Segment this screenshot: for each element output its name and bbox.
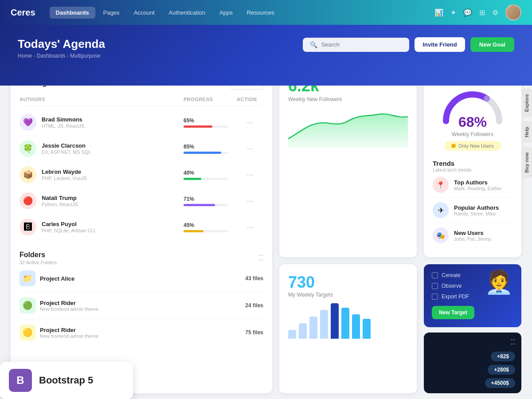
- folders-options-icon[interactable]: ⁚⁚: [258, 253, 263, 263]
- action-menu[interactable]: ···: [237, 118, 263, 127]
- new-goal-button[interactable]: New Goal: [470, 37, 514, 52]
- folder-files: 24 files: [245, 302, 263, 309]
- right-bottom: Cereate Observe Export PDF New Target 🧑‍…: [424, 264, 521, 393]
- folder-name: Project Alice: [40, 275, 74, 282]
- explore-pill[interactable]: Explore: [521, 89, 532, 117]
- bootstrap-logo: B: [9, 369, 32, 392]
- navbar: Ceres Dashboards Pages Account Authentic…: [0, 0, 532, 25]
- blue-card-option: Cereate: [432, 272, 479, 278]
- header-area: Todays' Agenda Home - Dashboards - Multi…: [0, 25, 532, 86]
- folder-name: Project Rider: [40, 300, 98, 306]
- nav-apps[interactable]: Apps: [213, 7, 239, 19]
- dark-card-dots[interactable]: ⁚⁚: [430, 338, 515, 346]
- partner-row: 🅱 Carles Puyol PHP, SQLite, Artisan CLI …: [20, 214, 263, 240]
- partner-row: 📦 Lebron Wayde PHP, Laravel, VueJS 40% ·…: [20, 162, 263, 188]
- weekly-followers-card: 6.2k Weekly New Followers: [279, 68, 417, 257]
- dark-stat-2: +280$: [488, 365, 515, 375]
- folders-section: Folders 32 Active Folders ⁚⁚ 📁 Project A…: [20, 251, 263, 346]
- weekly-targets-label: My Weekly Targets: [288, 292, 408, 298]
- nav-resources[interactable]: Resources: [241, 7, 281, 19]
- partner-name: Brad Simmons: [42, 116, 85, 123]
- grid-icon[interactable]: ⊞: [479, 8, 485, 17]
- nav-links: Dashboards Pages Account Authentication …: [50, 7, 424, 19]
- weekly-followers-label: Weekly New Followers: [288, 96, 408, 102]
- trend-desc: John, Pat, Jimmy: [454, 236, 491, 242]
- nav-authentication[interactable]: Authentication: [163, 7, 211, 19]
- nav-pages[interactable]: Pages: [97, 7, 126, 19]
- nav-right: 📊 ✦ 💬 ⊞ ⚙: [434, 4, 521, 20]
- sparkle-icon[interactable]: ✦: [450, 8, 456, 17]
- folder-files: 75 files: [245, 329, 263, 336]
- search-box[interactable]: 🔍: [303, 38, 409, 52]
- folder-name: Project Rider: [40, 327, 98, 333]
- blue-card-option: Export PDF: [432, 293, 479, 300]
- folders-title: Folders: [20, 251, 57, 259]
- trend-name: Top Authors: [454, 179, 502, 186]
- folder-row: 📁 Project Alice 43 files: [20, 265, 263, 292]
- wave-chart: [288, 108, 408, 149]
- partner-avatar: 🅱: [20, 219, 36, 235]
- invite-friend-button[interactable]: Invite Friend: [415, 37, 465, 52]
- help-pill[interactable]: Help: [521, 121, 532, 143]
- partner-row: 💜 Brad Simmons HTML, JS, ReactJS 65% ···: [20, 110, 263, 136]
- main-content: Leading Partners Status ▾ AUTHORS PROGRE…: [0, 68, 532, 399]
- trend-icon: 📍: [433, 177, 449, 193]
- new-target-button[interactable]: New Target: [432, 306, 474, 319]
- search-input[interactable]: [321, 41, 402, 48]
- buy-now-pill[interactable]: Buy now: [521, 147, 532, 178]
- folder-files: 43 files: [245, 275, 263, 282]
- action-menu[interactable]: ···: [237, 223, 263, 232]
- observe-checkbox[interactable]: [432, 283, 438, 289]
- header-actions: 🔍 Invite Friend New Goal: [303, 37, 514, 52]
- action-menu[interactable]: ···: [237, 144, 263, 153]
- trend-item: 🎭 New Users John, Pat, Jimmy: [433, 223, 512, 248]
- bootstrap-watermark: B Bootstrap 5: [0, 362, 133, 399]
- folder-desc: New frontend admin theme: [40, 333, 98, 339]
- partner-skills: HTML, JS, ReactJS: [42, 123, 85, 129]
- partner-avatar: 📦: [20, 166, 36, 183]
- settings-icon[interactable]: ⚙: [492, 8, 498, 17]
- trend-item: ✈ Popular Authors Randy, Steve, Mike: [433, 198, 512, 223]
- bar-chart-icon[interactable]: 📊: [434, 8, 443, 17]
- partner-avatar: 🔴: [20, 192, 36, 209]
- nav-dashboards[interactable]: Dashboards: [50, 7, 95, 19]
- action-menu[interactable]: ···: [237, 196, 263, 206]
- gauge-label: Weekly Followers: [433, 131, 512, 137]
- partner-row: 🍀 Jessie Clarcson C#, ASP.NET, MS SQL 85…: [20, 136, 263, 162]
- blue-card-option: Observe: [432, 283, 479, 289]
- trend-desc: Mark, Rowling, Esther: [454, 186, 502, 191]
- dark-stats-card: ⁚⁚ +82$ +280$ +4500$: [424, 332, 521, 393]
- search-icon: 🔍: [310, 41, 317, 48]
- cereate-checkbox[interactable]: [432, 272, 438, 278]
- nav-account[interactable]: Account: [128, 7, 161, 19]
- dark-stat-3: +4500$: [485, 378, 515, 388]
- folder-icon: 📁: [20, 270, 35, 286]
- trend-name: Popular Authors: [454, 204, 499, 211]
- folder-icon: 🟢: [20, 297, 35, 313]
- folder-desc: New frontend admin theme: [40, 306, 98, 312]
- bootstrap-text: Bootstrap 5: [39, 375, 93, 386]
- trend-desc: Randy, Steve, Mike: [454, 211, 499, 216]
- export-pdf-checkbox[interactable]: [432, 293, 438, 300]
- gauge-note: Only New Users: [444, 141, 501, 151]
- trend-icon: 🎭: [433, 227, 449, 243]
- dark-stat-1: +82$: [491, 352, 515, 361]
- weekly-targets-card: 730 My Weekly Targets: [279, 264, 417, 393]
- partner-info: 💜 Brad Simmons HTML, JS, ReactJS: [20, 114, 184, 131]
- folder-row: 🟢 Project Rider New frontend admin theme…: [20, 292, 263, 319]
- weekly-targets-value: 730: [288, 273, 408, 292]
- left-card: Leading Partners Status ▾ AUTHORS PROGRE…: [11, 68, 272, 393]
- folder-icon: 🟡: [20, 325, 35, 340]
- bar-chart: [288, 303, 408, 339]
- gauge-card: 68% Weekly Followers Only New Users Tren…: [424, 68, 521, 257]
- trends-title: Trends: [433, 160, 512, 167]
- partner-row: 🔴 Natali Trump Python, ReactJS 71% ···: [20, 188, 263, 214]
- trends-subtitle: Latest tech trends: [433, 167, 512, 172]
- blue-card: Cereate Observe Export PDF New Target 🧑‍…: [424, 264, 521, 327]
- user-avatar[interactable]: [505, 4, 521, 20]
- action-menu[interactable]: ···: [237, 170, 263, 180]
- brand-logo: Ceres: [11, 8, 35, 18]
- messages-icon[interactable]: 💬: [463, 8, 472, 17]
- partners-table-header: AUTHORS PROGRESS ACTION: [20, 97, 263, 106]
- trend-item: 📍 Top Authors Mark, Rowling, Esther: [433, 172, 512, 198]
